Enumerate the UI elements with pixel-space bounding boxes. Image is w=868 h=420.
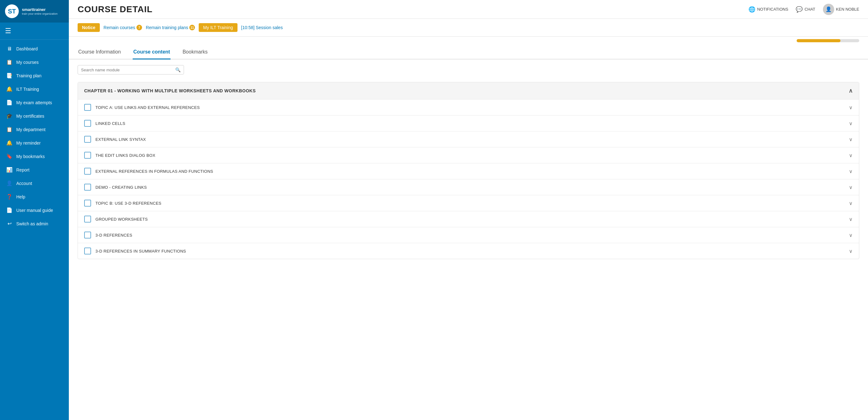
logo-subtext: train your entire organization <box>22 12 58 15</box>
module-checkbox-1[interactable] <box>84 120 91 127</box>
module-checkbox-3[interactable] <box>84 152 91 159</box>
sidebar-item-my-certificates[interactable]: 🎓 My certificates <box>0 109 69 123</box>
sidebar-item-dashboard[interactable]: 🖥 Dashboard <box>0 42 69 55</box>
my-ilt-button[interactable]: My ILT Training <box>199 23 237 32</box>
module-left-7: GROUPED WORKSHEETS <box>84 216 148 222</box>
sidebar-item-report[interactable]: 📊 Report <box>0 163 69 177</box>
module-checkbox-0[interactable] <box>84 104 91 111</box>
sidebar-label-my-exam-attempts: My exam attempts <box>16 100 52 105</box>
page-title: COURSE DETAIL <box>78 4 153 14</box>
tabs: Course InformationCourse contentBookmark… <box>69 45 868 59</box>
modules-list: TOPIC A: USE LINKS AND EXTERNAL REFERENC… <box>78 99 859 259</box>
module-checkbox-2[interactable] <box>84 136 91 143</box>
user-name: KEN NOBLE <box>836 7 859 11</box>
module-left-5: DEMO - CREATING LINKS <box>84 184 147 190</box>
notifications-icon: 🌐 <box>748 6 755 13</box>
module-name-6: TOPIC B: USE 3-D REFERENCES <box>95 201 161 206</box>
module-item[interactable]: TOPIC A: USE LINKS AND EXTERNAL REFERENC… <box>78 99 859 115</box>
notifications-label: NOTIFICATIONS <box>757 7 788 11</box>
sidebar-label-ilt-training: ILT Training <box>16 87 39 92</box>
remain-plans-link[interactable]: Remain training plans 11 <box>146 25 195 30</box>
remain-courses-link[interactable]: Remain courses 7 <box>103 25 142 30</box>
hamburger-menu[interactable]: ☰ <box>0 23 69 40</box>
sidebar-label-my-reminder: My reminder <box>16 141 41 146</box>
module-item[interactable]: TOPIC B: USE 3-D REFERENCES ∨ <box>78 195 859 211</box>
module-left-1: LINKED CELLS <box>84 120 125 127</box>
user-profile[interactable]: 👤 KEN NOBLE <box>823 4 859 15</box>
search-input[interactable] <box>81 68 175 72</box>
sidebar-item-my-courses[interactable]: 📋 My courses <box>0 55 69 69</box>
sidebar-label-my-bookmarks: My bookmarks <box>16 154 45 159</box>
module-left-0: TOPIC A: USE LINKS AND EXTERNAL REFERENC… <box>84 104 199 111</box>
chat-button[interactable]: 💬 CHAT <box>796 6 815 13</box>
module-left-9: 3-D REFERENCES IN SUMMARY FUNCTIONS <box>84 247 186 254</box>
my-bookmarks-icon: 🔖 <box>6 153 12 159</box>
account-icon: 👤 <box>6 180 12 186</box>
chapter-chevron-icon: ∧ <box>848 87 853 94</box>
sidebar-item-switch-admin[interactable]: ↩ Switch as admin <box>0 217 69 230</box>
logo-text: smarttrainer <box>22 7 58 12</box>
sidebar-item-my-exam-attempts[interactable]: 📄 My exam attempts <box>0 96 69 109</box>
module-name-4: EXTERNAL REFERENCES IN FORMULAS AND FUNC… <box>95 169 213 174</box>
module-name-3: THE EDIT LINKS DIALOG BOX <box>95 153 155 158</box>
chapter-header[interactable]: CHAPTER 01 - WORKING WITH MULTIPLE WORKS… <box>78 82 859 99</box>
sidebar-label-help: Help <box>16 194 25 199</box>
notifications-button[interactable]: 🌐 NOTIFICATIONS <box>748 6 788 13</box>
sidebar-item-my-reminder[interactable]: 🔔 My reminder <box>0 136 69 150</box>
module-chevron-icon-3: ∨ <box>849 152 852 158</box>
notice-button[interactable]: Notice <box>78 23 100 32</box>
module-name-1: LINKED CELLS <box>95 121 125 126</box>
training-plan-icon: 📑 <box>6 72 12 79</box>
chat-icon: 💬 <box>796 6 803 13</box>
module-item[interactable]: THE EDIT LINKS DIALOG BOX ∨ <box>78 147 859 163</box>
tab-bookmarks[interactable]: Bookmarks <box>182 45 208 59</box>
module-chevron-icon-4: ∨ <box>849 169 852 174</box>
module-checkbox-9[interactable] <box>84 247 91 254</box>
module-left-3: THE EDIT LINKS DIALOG BOX <box>84 152 155 159</box>
sidebar-item-my-bookmarks[interactable]: 🔖 My bookmarks <box>0 150 69 163</box>
sidebar-label-my-certificates: My certificates <box>16 114 44 119</box>
module-item[interactable]: EXTERNAL REFERENCES IN FORMULAS AND FUNC… <box>78 163 859 179</box>
module-chevron-icon-1: ∨ <box>849 120 852 126</box>
module-item[interactable]: GROUPED WORKSHEETS ∨ <box>78 211 859 227</box>
search-icon: 🔍 <box>175 67 181 72</box>
sidebar-label-user-manual: User manual guide <box>16 208 53 213</box>
chapter-section: CHAPTER 01 - WORKING WITH MULTIPLE WORKS… <box>78 82 859 259</box>
module-checkbox-7[interactable] <box>84 216 91 222</box>
main-area: COURSE DETAIL 🌐 NOTIFICATIONS 💬 CHAT 👤 K… <box>69 0 868 420</box>
module-left-8: 3-D REFERENCES <box>84 232 132 238</box>
sidebar-item-account[interactable]: 👤 Account <box>0 177 69 190</box>
module-left-4: EXTERNAL REFERENCES IN FORMULAS AND FUNC… <box>84 168 213 175</box>
module-checkbox-5[interactable] <box>84 184 91 190</box>
session-link[interactable]: [10:58] Session sales <box>241 25 283 30</box>
module-left-2: EXTERNAL LINK SYNTAX <box>84 136 146 143</box>
tab-course-content[interactable]: Course content <box>133 45 170 59</box>
module-checkbox-6[interactable] <box>84 200 91 207</box>
sidebar-item-my-department[interactable]: 📋 My department <box>0 123 69 136</box>
progress-area <box>69 37 868 42</box>
module-item[interactable]: LINKED CELLS ∨ <box>78 115 859 131</box>
sidebar-item-ilt-training[interactable]: 🔔 ILT Training <box>0 82 69 96</box>
module-checkbox-4[interactable] <box>84 168 91 175</box>
sidebar: ST smarttrainer train your entire organi… <box>0 0 69 420</box>
help-icon: ❓ <box>6 194 12 200</box>
sidebar-label-training-plan: Training plan <box>16 73 41 78</box>
module-item[interactable]: EXTERNAL LINK SYNTAX ∨ <box>78 131 859 147</box>
remain-courses-label: Remain courses <box>103 25 135 30</box>
module-chevron-icon-2: ∨ <box>849 137 852 142</box>
tab-course-information[interactable]: Course Information <box>78 45 121 59</box>
module-name-9: 3-D REFERENCES IN SUMMARY FUNCTIONS <box>95 249 186 253</box>
my-department-icon: 📋 <box>6 126 12 132</box>
module-item[interactable]: 3-D REFERENCES ∨ <box>78 227 859 243</box>
module-chevron-icon-5: ∨ <box>849 184 852 190</box>
module-item[interactable]: DEMO - CREATING LINKS ∨ <box>78 179 859 195</box>
module-chevron-icon-6: ∨ <box>849 200 852 206</box>
sidebar-item-training-plan[interactable]: 📑 Training plan <box>0 69 69 82</box>
module-item[interactable]: 3-D REFERENCES IN SUMMARY FUNCTIONS ∨ <box>78 243 859 259</box>
sidebar-item-user-manual[interactable]: 📄 User manual guide <box>0 204 69 217</box>
sidebar-item-help[interactable]: ❓ Help <box>0 190 69 204</box>
module-checkbox-8[interactable] <box>84 232 91 238</box>
my-exam-attempts-icon: 📄 <box>6 99 12 106</box>
sidebar-label-switch-admin: Switch as admin <box>16 221 48 226</box>
sidebar-logo: ST smarttrainer train your entire organi… <box>0 0 69 23</box>
